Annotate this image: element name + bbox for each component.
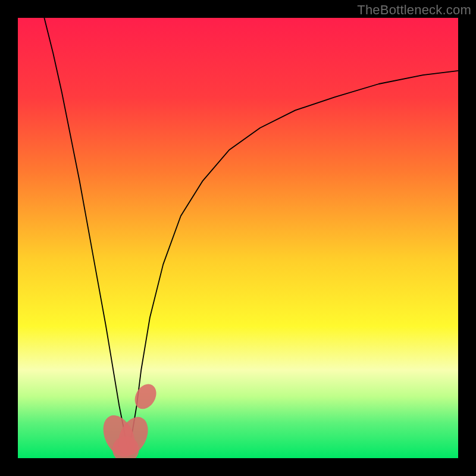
chart-svg (18, 18, 458, 458)
gradient-background (18, 18, 458, 458)
watermark-text: TheBottleneck.com (357, 2, 471, 18)
plot-area (18, 18, 458, 458)
chart-frame: TheBottleneck.com (0, 0, 476, 476)
